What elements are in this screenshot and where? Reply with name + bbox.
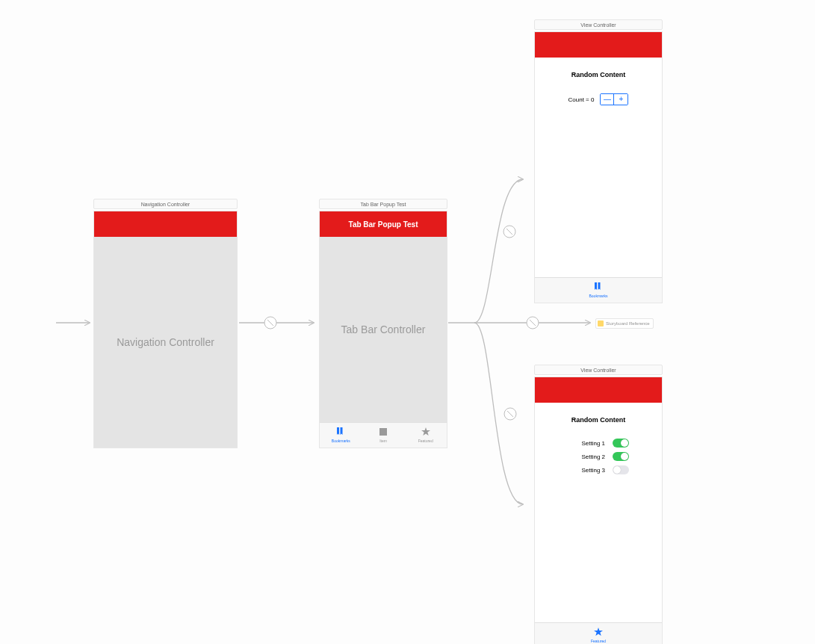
tab-bookmarks[interactable]: Bookmarks <box>320 427 362 443</box>
content-area: Random Content Setting 1 Setting 2 Setti… <box>535 403 662 622</box>
setting-label: Setting 1 <box>568 440 605 447</box>
svg-rect-10 <box>379 428 387 436</box>
count-label: Count = 0 <box>568 96 595 103</box>
bookmarks-icon <box>335 427 346 438</box>
navigation-bar <box>535 32 662 58</box>
svg-line-7 <box>530 320 536 326</box>
content-area: Random Content Count = 0 — + <box>535 58 662 277</box>
stepper-decrement[interactable]: — <box>601 94 614 105</box>
heading-label: Random Content <box>544 71 653 78</box>
star-icon <box>421 427 430 438</box>
tab-bookmarks[interactable]: Bookmarks <box>535 282 662 298</box>
scene-view-controller-count[interactable]: View Controller Random Content Count = 0… <box>534 19 663 303</box>
navigation-bar <box>535 377 662 403</box>
scene-tab-bar-controller[interactable]: Tab Bar Popup Test Tab Bar Popup Test Ta… <box>319 199 447 448</box>
svg-line-3 <box>267 320 273 326</box>
setting-switch-2[interactable] <box>613 452 629 461</box>
tab-bar: Bookmarks Item Featured <box>320 422 447 448</box>
tab-bar: Bookmarks <box>535 277 662 303</box>
count-stepper[interactable]: — + <box>600 93 628 105</box>
scene-title: View Controller <box>534 365 663 375</box>
heading-label: Random Content <box>544 416 653 424</box>
scene-title: Navigation Controller <box>93 199 238 209</box>
svg-line-5 <box>506 229 512 235</box>
navigation-bar <box>94 211 237 237</box>
scene-navigation-controller[interactable]: Navigation Controller Navigation Control… <box>93 199 238 448</box>
storyboard-reference[interactable]: Storyboard Reference <box>595 318 654 329</box>
tab-label: Featured <box>591 639 606 643</box>
svg-point-2 <box>264 317 276 329</box>
svg-line-9 <box>507 411 513 417</box>
tab-featured[interactable]: Featured <box>404 427 447 443</box>
storyboard-reference-label: Storyboard Reference <box>606 321 650 326</box>
svg-point-6 <box>527 317 539 329</box>
tab-label: Bookmarks <box>332 439 350 443</box>
svg-point-4 <box>503 226 515 238</box>
svg-point-8 <box>504 408 516 420</box>
setting-label: Setting 3 <box>568 467 605 474</box>
tab-item[interactable]: Item <box>362 427 405 443</box>
square-icon <box>379 427 388 438</box>
scene-title: Tab Bar Popup Test <box>319 199 447 209</box>
tab-bar: Featured <box>535 622 662 644</box>
setting-switch-3[interactable] <box>613 465 629 474</box>
scene-view-controller-settings[interactable]: View Controller Random Content Setting 1… <box>534 365 663 644</box>
tab-label: Bookmarks <box>589 294 607 298</box>
setting-label: Setting 2 <box>568 453 605 460</box>
navigation-bar: Tab Bar Popup Test <box>320 211 447 237</box>
tab-label: Item <box>379 439 387 443</box>
tab-label: Featured <box>418 439 433 443</box>
setting-switch-1[interactable] <box>613 439 629 448</box>
tab-featured[interactable]: Featured <box>535 628 662 643</box>
star-icon <box>594 628 603 638</box>
bookmarks-icon <box>593 282 604 293</box>
placeholder-label: Navigation Controller <box>94 237 237 448</box>
stepper-increment[interactable]: + <box>614 94 627 105</box>
storyboard-icon <box>598 321 604 326</box>
nav-title: Tab Bar Popup Test <box>349 220 418 229</box>
placeholder-label: Tab Bar Controller <box>320 237 447 422</box>
scene-title: View Controller <box>534 19 663 30</box>
